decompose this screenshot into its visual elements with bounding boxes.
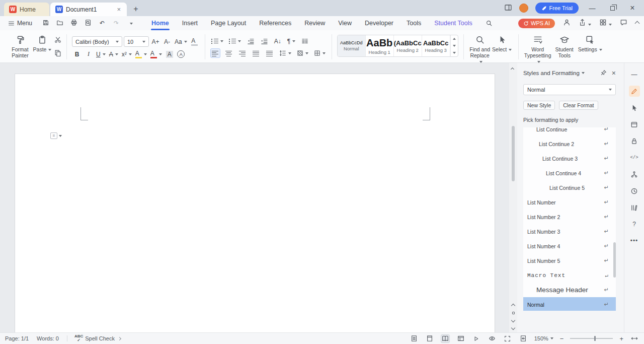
style-item-message-header[interactable]: Message Header↵ (523, 283, 616, 297)
zoom-in-button[interactable]: + (619, 335, 623, 342)
redo-icon[interactable]: ↷ (112, 20, 121, 27)
align-center-button[interactable] (224, 48, 234, 58)
tab-view[interactable]: View (332, 16, 358, 30)
hide-rail-icon[interactable]: — (629, 69, 640, 80)
style-item-list-continue-4[interactable]: List Continue 4↵ (523, 166, 616, 180)
increase-indent-button[interactable] (259, 36, 269, 46)
web-layout-icon[interactable] (456, 334, 465, 343)
restore-button[interactable] (606, 0, 619, 16)
tab-references[interactable]: References (253, 16, 298, 30)
tab-page-layout[interactable]: Page Layout (204, 16, 253, 30)
style-heading-2[interactable]: (AaBbCc Heading 2 (394, 35, 422, 56)
settings-button[interactable]: Settings (577, 32, 603, 52)
select-tool-icon[interactable] (629, 102, 640, 113)
pin-panel-icon[interactable] (600, 70, 607, 77)
outline-view-icon[interactable] (410, 334, 419, 343)
document-tab[interactable]: W Document1 × (50, 3, 127, 16)
style-item-list-continue[interactable]: List Continue↵ (523, 127, 616, 136)
enclose-characters-button[interactable]: A (176, 49, 186, 59)
style-item-macro-text[interactable]: Macro Text↵ (523, 268, 616, 283)
edit-pen-icon[interactable] (629, 86, 640, 97)
page-indicator[interactable]: Page: 1/1 (5, 335, 29, 341)
style-normal[interactable]: AaBbCcDd Normal (338, 35, 366, 56)
spell-check-button[interactable]: ABC✓ Spell Check (74, 334, 121, 342)
tab-student-tools[interactable]: Student Tools (428, 16, 479, 30)
bookshelf-icon[interactable] (629, 202, 640, 213)
new-style-button[interactable]: New Style (523, 101, 555, 110)
collapse-ribbon-icon[interactable] (635, 20, 639, 27)
select-button[interactable]: Select (491, 32, 513, 52)
style-item-list-continue-3[interactable]: List Continue 3↵ (523, 151, 616, 166)
new-tab-button[interactable]: + (130, 3, 142, 15)
distribute-button[interactable] (265, 48, 275, 58)
zoom-slider[interactable] (570, 338, 613, 339)
close-button[interactable]: × (626, 0, 639, 16)
numbering-button[interactable] (228, 36, 242, 46)
apps-button[interactable] (599, 19, 612, 28)
change-case-button[interactable]: Aa (174, 37, 188, 46)
highlight-color-button[interactable]: A (134, 49, 148, 59)
styles-list-scrollbar-thumb[interactable] (613, 242, 616, 278)
eye-protection-icon[interactable] (488, 334, 497, 343)
share-button[interactable] (579, 19, 591, 28)
full-screen-icon[interactable] (503, 334, 512, 343)
tab-review[interactable]: Review (298, 16, 332, 30)
word-typesetting-button[interactable]: Word Typesetting (524, 32, 552, 64)
tab-home[interactable]: Home (145, 16, 176, 30)
paste-button[interactable]: Paste (31, 32, 53, 52)
print-layout-icon[interactable] (425, 334, 434, 343)
fit-width-icon[interactable] (630, 334, 639, 343)
font-color-button[interactable]: A (149, 49, 163, 59)
paragraph-assist-widget[interactable]: ≡ (50, 132, 62, 139)
print-preview-icon[interactable] (84, 19, 93, 28)
split-window-icon[interactable] (504, 4, 512, 13)
comment-icon[interactable] (620, 19, 627, 28)
gallery-more-button[interactable] (451, 49, 458, 56)
more-tools-icon[interactable]: ••• (629, 235, 640, 246)
flowchart-icon[interactable] (629, 169, 640, 180)
superscript-button[interactable]: x² (121, 49, 133, 59)
panel-title-caret-icon[interactable] (582, 72, 585, 74)
style-item-list-number-4[interactable]: List Number 4↵ (523, 239, 616, 253)
play-presentation-icon[interactable] (472, 334, 481, 343)
save-icon[interactable] (41, 19, 50, 28)
borders-button[interactable] (313, 48, 327, 58)
shading-button[interactable] (296, 48, 309, 58)
style-heading-1[interactable]: AaBb Heading 1 (366, 35, 394, 56)
history-clock-icon[interactable] (629, 185, 640, 196)
find-replace-button[interactable]: Find and Replace (469, 32, 491, 64)
user-avatar[interactable] (519, 4, 528, 13)
italic-button[interactable]: I (84, 49, 94, 59)
style-item-list-continue-2[interactable]: List Continue 2↵ (523, 136, 616, 151)
clear-formatting-button[interactable]: A (190, 37, 200, 46)
tab-developer[interactable]: Developer (358, 16, 400, 30)
print-icon[interactable] (69, 19, 78, 28)
lock-icon[interactable] (629, 135, 640, 147)
wps-home-tab[interactable]: W Home (4, 3, 49, 16)
scroll-down-icon[interactable] (511, 326, 515, 330)
wps-ai-button[interactable]: WPS AI (518, 19, 555, 28)
strikethrough-button[interactable]: A (108, 49, 119, 59)
style-item-list-number[interactable]: List Number↵ (523, 195, 616, 210)
previous-page-icon[interactable] (511, 304, 515, 308)
align-right-button[interactable] (237, 48, 248, 58)
free-trial-button[interactable]: Free Trial (535, 3, 579, 14)
zoom-level-button[interactable]: 150% (534, 335, 553, 341)
style-item-list-continue-5[interactable]: List Continue 5↵ (523, 180, 616, 195)
sort-button[interactable]: A↓ (273, 36, 283, 46)
bold-button[interactable]: B (72, 49, 82, 59)
cut-icon[interactable] (54, 36, 61, 45)
vertical-scrollbar[interactable] (509, 63, 517, 332)
layout-panel-icon[interactable] (629, 119, 640, 130)
word-count[interactable]: Words: 0 (37, 335, 59, 341)
minimize-button[interactable]: — (586, 0, 599, 16)
align-left-button[interactable] (210, 48, 220, 58)
close-panel-icon[interactable]: × (612, 69, 616, 77)
gallery-up-button[interactable] (451, 35, 458, 42)
ribbon-search-icon[interactable] (479, 16, 499, 30)
columns-button[interactable] (300, 36, 310, 46)
style-item-list-number-5[interactable]: List Number 5↵ (523, 253, 616, 268)
write-mode-icon[interactable] (441, 334, 450, 343)
browse-object-icon[interactable] (512, 312, 515, 314)
scroll-up-icon[interactable] (511, 65, 514, 72)
